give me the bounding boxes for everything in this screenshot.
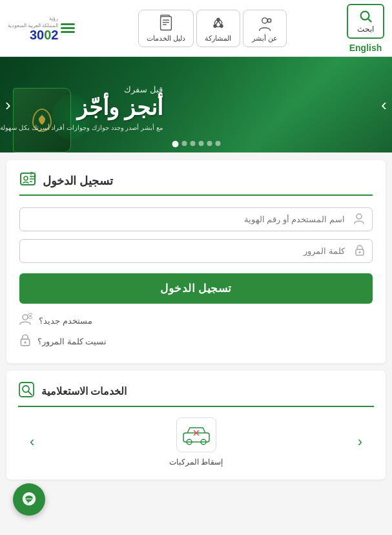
- banner-dots: [172, 141, 220, 147]
- vision-logo: رؤية المملكة العربية السعودية 2 0 30: [8, 15, 77, 42]
- login-title: تسجيل الدخول: [19, 172, 373, 196]
- login-title-text: تسجيل الدخول: [43, 174, 113, 188]
- nav-about-label: عن أبشر: [252, 34, 278, 43]
- svg-point-24: [359, 251, 361, 253]
- svg-point-41: [28, 498, 30, 499]
- forgot-password-text: نسيت كلمة المرور؟: [37, 337, 107, 346]
- services-grid: ‹ إسقاط المركبات ›: [18, 417, 374, 467]
- banner-title: أنجز وأجّز: [0, 96, 163, 120]
- nav-item-about[interactable]: + عن أبشر: [243, 10, 287, 47]
- svg-line-9: [216, 21, 218, 25]
- svg-point-40: [26, 498, 28, 499]
- chat-button[interactable]: [13, 483, 45, 516]
- banner-prev-arrow[interactable]: ‹: [5, 95, 11, 115]
- nav-item-share[interactable]: المشاركة: [196, 10, 240, 47]
- bars-icon: [61, 23, 75, 33]
- dot-6[interactable]: [172, 141, 178, 147]
- dot-2[interactable]: [207, 141, 212, 146]
- banner-text: قبل سفرك أنجز وأجّز مع أبشر أصدر وجدد جو…: [0, 78, 178, 131]
- banner-desc: مع أبشر أصدر وجدد جوازك وجوازات أفراد أس…: [0, 124, 163, 131]
- nav-guide-label: دليل الخدمات: [147, 34, 185, 43]
- svg-line-33: [28, 392, 32, 395]
- services-title: الخدمات الاستعلامية: [18, 381, 374, 407]
- dot-4[interactable]: [190, 141, 195, 146]
- header: ابحث English + عن أبشر المش: [0, 0, 392, 57]
- login-links: مستخدم جديد؟ نسيت كلمة المرور؟: [19, 313, 373, 349]
- service-item-vehicles[interactable]: إسقاط المركبات: [39, 417, 352, 467]
- forgot-lock-icon: [19, 333, 31, 349]
- dot-5[interactable]: [181, 141, 187, 146]
- header-left: ابحث English: [347, 4, 384, 53]
- lock-icon: [355, 244, 365, 258]
- svg-point-22: [356, 214, 362, 219]
- services-next-arrow[interactable]: ›: [25, 428, 39, 456]
- svg-rect-11: [160, 16, 171, 30]
- services-prev-arrow[interactable]: ‹: [353, 428, 367, 456]
- vision-badge: رؤية المملكة العربية السعودية 2 0 30: [8, 15, 58, 42]
- nav-item-guide[interactable]: دليل الخدمات: [138, 10, 194, 47]
- new-user-text: مستخدم جديد؟: [39, 316, 92, 326]
- user-icon: [353, 213, 365, 227]
- svg-line-1: [368, 19, 371, 22]
- header-right: رؤية المملكة العربية السعودية 2 0 30: [8, 15, 77, 42]
- password-group: [19, 239, 373, 263]
- banner-subtitle: قبل سفرك: [0, 85, 163, 94]
- services-section: الخدمات الاستعلامية ‹: [6, 371, 386, 479]
- nav-share-label: المشاركة: [205, 34, 231, 43]
- svg-line-10: [218, 21, 221, 25]
- svg-point-25: [23, 315, 28, 320]
- service-vehicles-label: إسقاط المركبات: [169, 457, 223, 467]
- add-user-icon: [19, 313, 32, 328]
- banner: قبل سفرك أنجز وأجّز مع أبشر أصدر وجدد جو…: [0, 57, 392, 152]
- login-button[interactable]: تسجيل الدخول: [19, 273, 373, 304]
- services-title-text: الخدمات الاستعلامية: [41, 385, 127, 397]
- svg-point-0: [361, 11, 369, 19]
- username-group: [19, 207, 373, 231]
- new-user-link[interactable]: مستخدم جديد؟: [19, 313, 373, 328]
- search-services-icon: [18, 381, 35, 401]
- password-input[interactable]: [19, 239, 373, 263]
- search-button[interactable]: ابحث: [347, 4, 384, 39]
- svg-text:+: +: [267, 19, 269, 22]
- svg-point-17: [24, 176, 28, 180]
- vision-text: رؤية المملكة العربية السعودية: [8, 15, 58, 29]
- login-section: تسجيل الدخول: [6, 160, 386, 363]
- dot-3[interactable]: [198, 141, 203, 146]
- svg-point-6: [217, 18, 220, 21]
- forgot-password-link[interactable]: نسيت كلمة المرور؟: [19, 333, 373, 349]
- banner-next-arrow[interactable]: ›: [381, 95, 387, 115]
- login-title-icon: [19, 172, 36, 189]
- header-nav: + عن أبشر المشاركة: [138, 10, 287, 47]
- english-link[interactable]: English: [349, 43, 382, 53]
- svg-point-42: [30, 498, 32, 499]
- svg-point-30: [24, 341, 26, 343]
- search-label: ابحث: [357, 25, 374, 34]
- dot-1[interactable]: [215, 141, 220, 146]
- username-input[interactable]: [19, 207, 373, 231]
- service-icon-vehicles: [176, 417, 216, 452]
